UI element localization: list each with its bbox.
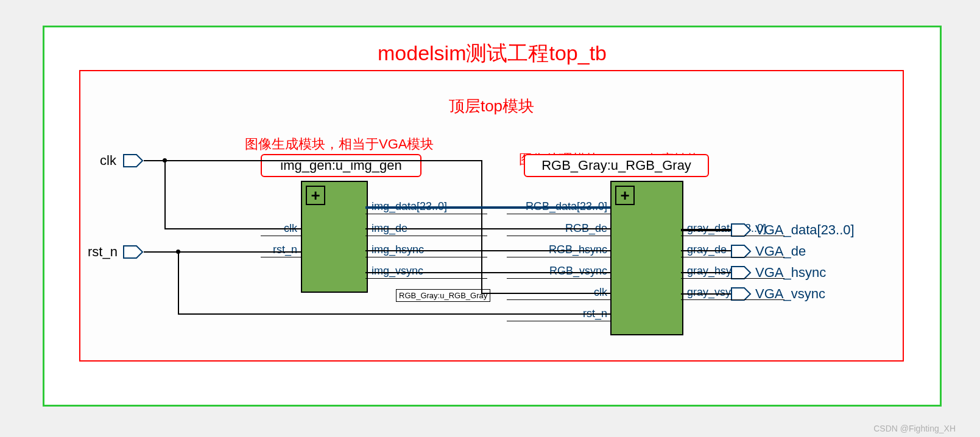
wire-bus [681, 229, 731, 231]
svg-marker-2 [731, 224, 750, 236]
rgb-gray-in-vsync: RGB_vsync [537, 265, 607, 278]
input-port-icon [123, 245, 144, 260]
svg-marker-5 [731, 288, 750, 300]
wire [681, 250, 731, 251]
port-divider [681, 236, 784, 236]
wire-bus [365, 206, 610, 209]
port-divider [365, 257, 487, 257]
wire [681, 293, 731, 295]
img-gen-instance-label: img_gen:u_img_gen [261, 154, 421, 177]
wire [164, 160, 166, 229]
port-divider [507, 321, 610, 321]
port-divider [261, 257, 301, 257]
port-divider [507, 278, 610, 279]
port-divider [681, 257, 784, 257]
expand-icon[interactable]: + [306, 186, 325, 205]
annotation-img-gen: 图像生成模块，相当于VGA模块 [245, 135, 434, 153]
wire [481, 293, 610, 294]
top-input-rstn: rst_n [88, 244, 118, 260]
wire [365, 250, 610, 251]
testbench-title: modelsim测试工程top_tb [44, 40, 940, 68]
port-divider [365, 236, 487, 236]
svg-marker-3 [731, 245, 750, 257]
watermark: CSDN @Fighting_XH [873, 424, 956, 433]
wire [365, 272, 610, 273]
svg-marker-0 [124, 155, 143, 167]
wire [144, 251, 301, 253]
port-divider [681, 299, 784, 300]
rgb-gray-block[interactable]: + [610, 181, 683, 335]
port-divider [507, 214, 610, 214]
diagram-canvas: modelsim测试工程top_tb 顶层top模块 图像生成模块，相当于VGA… [0, 0, 980, 437]
svg-marker-1 [124, 246, 143, 258]
top-input-clk: clk [100, 153, 116, 169]
wire [365, 228, 610, 229]
wire [178, 313, 610, 315]
top-module-title: 顶层top模块 [80, 96, 903, 117]
port-divider [365, 278, 487, 279]
top-module-boundary: 顶层top模块 图像生成模块，相当于VGA模块 图像处理模块：Ycbcr灰度转换… [79, 70, 904, 362]
input-port-icon [123, 154, 144, 169]
svg-marker-4 [731, 267, 750, 279]
img-gen-in-rstn: rst_n [263, 243, 297, 256]
port-divider [507, 236, 610, 236]
wire [164, 160, 482, 161]
wire [178, 251, 179, 315]
junction-dot [176, 250, 180, 254]
img-gen-block[interactable]: + [301, 181, 368, 293]
port-divider [261, 236, 301, 236]
wire [681, 272, 731, 273]
expand-icon[interactable]: + [615, 186, 635, 205]
port-divider [507, 257, 610, 257]
hover-tooltip: RGB_Gray:u_RGB_Gray [396, 289, 490, 302]
rgb-gray-instance-label: RGB_Gray:u_RGB_Gray [524, 154, 709, 177]
wire [164, 228, 301, 229]
port-divider [365, 214, 487, 214]
port-divider [681, 278, 784, 279]
junction-dot [163, 158, 167, 163]
port-divider [507, 299, 610, 300]
img-gen-out-vsync: img_vsync [372, 265, 423, 278]
